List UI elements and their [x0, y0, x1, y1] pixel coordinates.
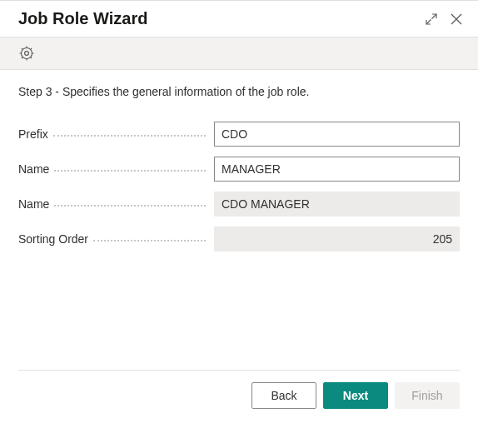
svg-point-0 — [25, 52, 29, 56]
dots — [93, 240, 206, 241]
header-icons — [425, 12, 463, 26]
next-button[interactable]: Next — [323, 382, 388, 409]
wizard-content: Step 3 - Specifies the general informati… — [0, 70, 478, 370]
display-sorting-order: 205 — [214, 226, 460, 251]
label-full-name: Name — [18, 197, 54, 211]
label-sorting-order: Sorting Order — [18, 232, 93, 246]
row-name: Name — [18, 157, 460, 182]
dialog-title: Job Role Wizard — [18, 9, 425, 28]
row-prefix: Prefix — [18, 122, 460, 147]
row-sorting-order: Sorting Order 205 — [18, 226, 460, 251]
input-prefix[interactable] — [214, 122, 460, 147]
spacer — [18, 261, 460, 370]
close-icon[interactable] — [450, 12, 463, 26]
finish-button: Finish — [395, 382, 460, 409]
expand-icon[interactable] — [425, 12, 438, 26]
input-name[interactable] — [214, 157, 460, 182]
step-description: Step 3 - Specifies the general informati… — [18, 85, 460, 98]
wizard-dialog: Job Role Wizard — [0, 0, 478, 424]
row-full-name: Name CDO MANAGER — [18, 192, 460, 217]
toolbar — [0, 37, 478, 70]
svg-point-1 — [22, 48, 32, 59]
dots — [54, 205, 206, 207]
back-button[interactable]: Back — [251, 382, 316, 409]
dialog-header: Job Role Wizard — [0, 1, 478, 37]
label-prefix: Prefix — [18, 127, 53, 141]
display-full-name: CDO MANAGER — [214, 192, 460, 217]
label-name: Name — [18, 162, 54, 176]
dots — [54, 170, 206, 172]
dots — [53, 135, 206, 137]
footer: Back Next Finish — [0, 371, 478, 424]
gear-icon[interactable] — [18, 45, 35, 62]
